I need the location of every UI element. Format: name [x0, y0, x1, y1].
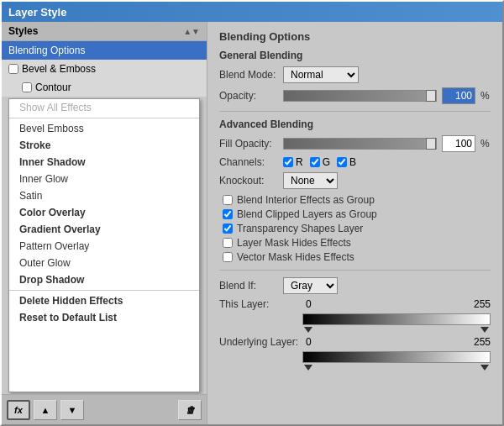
channels-label: Channels: [219, 156, 278, 168]
scroll-arrows-icon: ▲▼ [183, 27, 200, 36]
bevel-emboss-checkbox[interactable] [8, 64, 18, 74]
channel-g-checkbox[interactable] [310, 157, 320, 167]
blend-if-select[interactable]: Gray Red Green Blue [283, 277, 338, 294]
blend-clipped-label: Blend Clipped Layers as Group [237, 208, 377, 220]
blend-if-row: Blend If: Gray Red Green Blue [219, 277, 491, 294]
menu-item-drop-shadow[interactable]: Drop Shadow [9, 271, 199, 288]
vector-mask-label: Vector Mask Hides Effects [237, 251, 354, 263]
layer-mask-checkbox[interactable] [223, 238, 233, 248]
blend-if-section: Blend If: Gray Red Green Blue This Layer… [219, 277, 491, 371]
style-item-contour[interactable]: Contour [2, 78, 207, 97]
underlying-min: 0 [306, 336, 312, 348]
bottom-toolbar: fx ▲ ▼ 🗑 [2, 394, 207, 424]
menu-item-color-overlay[interactable]: Color Overlay [9, 204, 199, 221]
channel-r-checkbox[interactable] [283, 157, 293, 167]
trash-icon: 🗑 [186, 405, 195, 415]
opacity-unit: % [480, 90, 491, 102]
menu-item-show-all-effects[interactable]: Show All Effects [9, 99, 199, 116]
underlying-layer-row: Underlying Layer: 0 255 [219, 336, 491, 348]
channel-b-label: B [349, 156, 356, 168]
underlying-layer-triangles [302, 365, 491, 371]
knockout-label: Knockout: [219, 175, 278, 187]
blend-mode-select[interactable]: Normal [283, 66, 359, 83]
fill-opacity-row: Fill Opacity: 100 % [219, 135, 491, 152]
opacity-row: Opacity: 100 % [219, 87, 491, 104]
channel-b-item: B [337, 156, 356, 168]
right-panel: Blending Options General Blending Blend … [207, 22, 502, 424]
checkbox-blend-interior: Blend Interior Effects as Group [219, 194, 491, 206]
menu-item-outer-glow[interactable]: Outer Glow [9, 255, 199, 271]
knockout-select[interactable]: None Shallow Deep [283, 172, 338, 189]
opacity-label: Opacity: [219, 90, 278, 102]
transparency-shapes-checkbox[interactable] [223, 224, 233, 234]
general-blending-title: General Blending [219, 50, 491, 61]
channel-b-checkbox[interactable] [337, 157, 347, 167]
layer-mask-label: Layer Mask Hides Effects [237, 237, 351, 249]
knockout-row: Knockout: None Shallow Deep [219, 172, 491, 189]
channel-r-item: R [283, 156, 303, 168]
checkbox-transparency-shapes: Transparency Shapes Layer [219, 223, 491, 234]
this-layer-triangles [302, 327, 491, 333]
underlying-layer-label: Underlying Layer: [219, 336, 299, 348]
fill-opacity-slider-container [283, 138, 437, 150]
blend-if-label: Blend If: [219, 280, 278, 292]
this-layer-max: 255 [474, 298, 491, 310]
dialog-title: Layer Style [2, 2, 502, 22]
layer-style-dialog: Layer Style Styles ▲▼ Blending Options B… [0, 0, 504, 426]
vector-mask-checkbox[interactable] [223, 252, 233, 262]
advanced-blendf-divider [219, 270, 491, 271]
title-text: Layer Style [8, 6, 66, 18]
advanced-checkboxes: Blend Interior Effects as Group Blend Cl… [219, 194, 491, 263]
styles-header-label: Styles [8, 25, 38, 37]
opacity-slider-container [283, 90, 437, 102]
menu-item-pattern-overlay[interactable]: Pattern Overlay [9, 238, 199, 255]
style-item-bevel-emboss[interactable]: Bevel & Emboss [2, 60, 207, 78]
styles-list: Blending Options Bevel & Emboss Contour [2, 41, 207, 97]
checkbox-blend-clipped: Blend Clipped Layers as Group [219, 208, 491, 220]
blend-interior-checkbox[interactable] [223, 195, 233, 205]
fx-button[interactable]: fx [7, 400, 30, 420]
general-advanced-divider [219, 111, 491, 112]
opacity-slider[interactable] [283, 90, 437, 102]
blend-mode-row: Blend Mode: Normal [219, 66, 491, 83]
menu-item-gradient-overlay[interactable]: Gradient Overlay [9, 221, 199, 238]
channels-row: Channels: R G B [219, 156, 491, 168]
channels-checkboxes: R G B [283, 156, 356, 168]
menu-item-delete-hidden[interactable]: Delete Hidden Effects [9, 292, 199, 309]
fill-opacity-slider[interactable] [283, 138, 437, 150]
styles-header: Styles ▲▼ [2, 22, 207, 41]
blend-clipped-checkbox[interactable] [223, 209, 233, 219]
this-layer-left-marker [304, 327, 312, 333]
contour-checkbox[interactable] [22, 82, 32, 92]
blend-mode-label: Blend Mode: [219, 69, 278, 81]
menu-item-bevel-emboss[interactable]: Bevel Emboss [9, 120, 199, 137]
menu-item-inner-shadow[interactable]: Inner Shadow [9, 154, 199, 171]
opacity-input[interactable]: 100 [442, 87, 475, 104]
this-layer-label: This Layer: [219, 298, 299, 310]
menu-item-reset-default[interactable]: Reset to Default List [9, 309, 199, 326]
move-down-button[interactable]: ▼ [60, 400, 84, 420]
channel-r-label: R [296, 156, 303, 168]
menu-item-inner-glow[interactable]: Inner Glow [9, 171, 199, 187]
fill-opacity-label: Fill Opacity: [219, 138, 278, 150]
main-section-title: Blending Options [219, 30, 491, 43]
blend-interior-label: Blend Interior Effects as Group [237, 194, 375, 206]
menu-item-satin[interactable]: Satin [9, 187, 199, 204]
menu-divider-1 [9, 118, 199, 118]
checkbox-layer-mask: Layer Mask Hides Effects [219, 237, 491, 249]
menu-item-stroke[interactable]: Stroke [9, 137, 199, 154]
move-up-button[interactable]: ▲ [34, 400, 57, 420]
this-layer-min: 0 [306, 298, 312, 310]
fill-opacity-input[interactable]: 100 [442, 135, 475, 152]
this-layer-row: This Layer: 0 255 [219, 298, 491, 310]
dialog-body: Styles ▲▼ Blending Options Bevel & Embos… [2, 22, 502, 424]
menu-divider-2 [9, 290, 199, 291]
underlying-layer-gradient [302, 351, 491, 363]
left-panel: Styles ▲▼ Blending Options Bevel & Embos… [2, 22, 207, 424]
channel-g-item: G [310, 156, 330, 168]
delete-button[interactable]: 🗑 [178, 400, 202, 420]
channel-g-label: G [323, 156, 330, 168]
underlying-right-marker [480, 365, 489, 371]
underlying-max: 255 [474, 336, 491, 348]
style-item-blending-options[interactable]: Blending Options [2, 41, 207, 60]
